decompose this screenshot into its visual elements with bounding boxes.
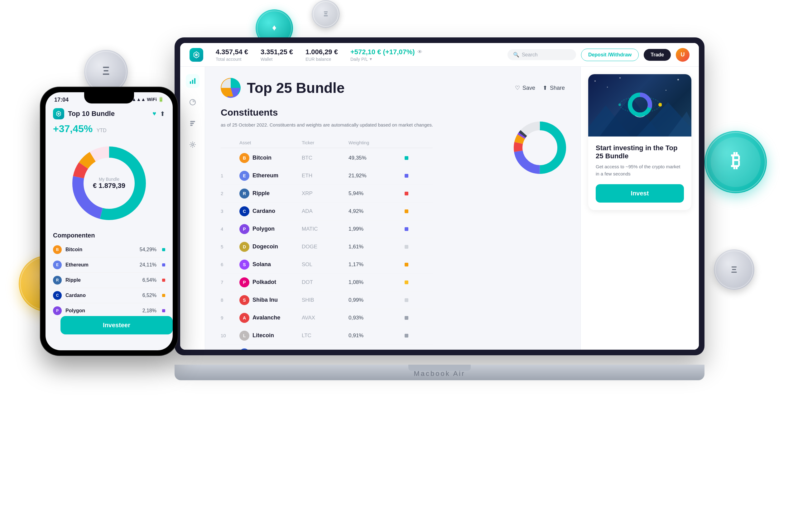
table-row: 6 S Solana SOL 1,17% bbox=[221, 256, 433, 274]
phone-header-actions: ♥ ⬆ bbox=[152, 110, 165, 117]
invest-card-title: Start investing in the Top 25 Bundle bbox=[596, 144, 684, 160]
coin-weight: 0,91% bbox=[348, 332, 405, 339]
phone-coin-name: Polygon bbox=[65, 308, 139, 314]
phone-performance: +37,45% YTD bbox=[45, 123, 173, 140]
table-row: 8 S Shiba Inu SHIB 0,99% bbox=[221, 291, 433, 309]
laptop-base: Macbook Air bbox=[174, 365, 704, 380]
total-account-label: Total account bbox=[216, 57, 248, 62]
weight-bar bbox=[405, 174, 408, 178]
coin-ticker: XRP bbox=[302, 190, 348, 197]
coin-icon-DOGE: D bbox=[240, 242, 249, 252]
sidebar-item-portfolio[interactable] bbox=[186, 95, 200, 109]
invest-card: Start investing in the Top 25 Bundle Get… bbox=[588, 74, 691, 210]
coin-icon-LINK: C bbox=[240, 348, 249, 350]
search-bar[interactable]: 🔍 Search bbox=[508, 49, 576, 60]
deposit-withdraw-button[interactable]: Deposit /Withdraw bbox=[581, 49, 639, 61]
eye-icon[interactable]: 👁 bbox=[417, 49, 422, 55]
phone-container: 17:04 ▲▲▲ WiFi 🔋 Top 10 Bundle ♥ ⬆ bbox=[40, 87, 178, 355]
weight-bar bbox=[405, 245, 408, 249]
asset-name-cell: C Chainlink bbox=[240, 348, 302, 350]
coin-name: Cardano bbox=[252, 208, 275, 214]
phone-donut-label: My Bundle € 1.879,39 bbox=[93, 177, 125, 190]
asset-name-cell: L Litecoin bbox=[240, 331, 302, 341]
asset-name-cell: S Shiba Inu bbox=[240, 295, 302, 305]
invest-card-desc: Get access to ~95% of the crypto market … bbox=[596, 163, 684, 177]
invest-button[interactable]: Invest bbox=[596, 184, 684, 203]
phone-list-item: E Ethereum 24,11% bbox=[53, 258, 165, 273]
phone-components-title: Componenten bbox=[45, 227, 173, 242]
wallet-stat: 3.351,25 € Wallet bbox=[261, 48, 293, 62]
floating-coin-gray-top: Ξ bbox=[312, 0, 340, 28]
coin-icon-LTC: L bbox=[240, 331, 249, 341]
coin-icon-SOL: S bbox=[240, 260, 249, 270]
phone-coin-bar bbox=[162, 248, 165, 251]
phone-bundle-title: Top 10 Bundle bbox=[68, 110, 149, 118]
coin-weight: 5,94% bbox=[348, 190, 405, 197]
phone-coin-bar bbox=[162, 279, 165, 282]
user-avatar[interactable]: U bbox=[676, 48, 689, 62]
weight-bar bbox=[405, 156, 408, 160]
col-bar bbox=[405, 140, 423, 145]
heart-icon-phone[interactable]: ♥ bbox=[152, 110, 156, 117]
svg-point-40 bbox=[619, 103, 621, 106]
phone-coin-pct: 6,54% bbox=[142, 278, 156, 283]
svg-rect-16 bbox=[194, 78, 195, 84]
coin-icon-AVAX: A bbox=[240, 313, 249, 323]
phone-screen: 17:04 ▲▲▲ WiFi 🔋 Top 10 Bundle ♥ ⬆ bbox=[45, 92, 173, 350]
share-icon-phone[interactable]: ⬆ bbox=[160, 110, 165, 117]
asset-name-cell: P Polkadot bbox=[240, 278, 302, 287]
phone-time: 17:04 bbox=[54, 97, 69, 103]
orb-container bbox=[618, 86, 662, 125]
trade-button[interactable]: Trade bbox=[644, 49, 671, 61]
svg-rect-20 bbox=[190, 125, 193, 126]
search-input[interactable]: Search bbox=[522, 52, 538, 58]
coin-weight: 1,17% bbox=[348, 262, 405, 268]
svg-text:♦: ♦ bbox=[272, 23, 277, 33]
phone-assets-list: B Bitcoin 54,29% E Ethereum 24,11% R Rip… bbox=[45, 242, 173, 319]
coin-name: Polygon bbox=[252, 226, 274, 232]
row-num: 6 bbox=[221, 262, 240, 267]
phone-coin-pct: 2,18% bbox=[142, 308, 156, 314]
coin-icon-ETH: E bbox=[240, 171, 249, 181]
sidebar-item-chart[interactable] bbox=[186, 74, 200, 88]
coin-weight: 21,92% bbox=[348, 173, 405, 179]
coin-icon-MATIC: P bbox=[240, 224, 249, 234]
row-num: 10 bbox=[221, 333, 240, 338]
coin-name: Avalanche bbox=[252, 315, 280, 321]
coin-name: Ripple bbox=[252, 190, 270, 197]
phone-coin-name: Ethereum bbox=[65, 262, 136, 268]
phone-perf-period: YTD bbox=[97, 128, 107, 133]
phone-coin-bar bbox=[162, 309, 165, 312]
phone-list-item: C Cardano 6,52% bbox=[53, 288, 165, 303]
chevron-down-icon[interactable]: ▾ bbox=[370, 56, 372, 61]
asset-name-cell: E Ethereum bbox=[240, 171, 302, 181]
daily-pnl-label: Daily P/L bbox=[350, 57, 368, 62]
eur-balance-label: EUR balance bbox=[305, 57, 338, 62]
svg-text:Ξ: Ξ bbox=[731, 264, 737, 274]
share-button[interactable]: ⬆ Share bbox=[543, 84, 565, 91]
coin-ticker: ETH bbox=[302, 173, 348, 179]
sidebar-item-orders[interactable] bbox=[186, 117, 200, 130]
coin-weight: 0,99% bbox=[348, 297, 405, 303]
phone-invest-button[interactable]: Investeer bbox=[60, 316, 173, 335]
weight-bar bbox=[405, 281, 408, 284]
bundle-icon bbox=[221, 78, 241, 98]
save-button[interactable]: ♡ Save bbox=[515, 84, 535, 91]
asset-name-cell: D Dogecoin bbox=[240, 242, 302, 252]
phone-list-item: R Ripple 6,54% bbox=[53, 273, 165, 288]
wallet-label: Wallet bbox=[261, 57, 293, 62]
col-asset: Asset bbox=[240, 140, 302, 145]
coin-name: Litecoin bbox=[252, 332, 274, 339]
sidebar-item-settings[interactable] bbox=[186, 138, 200, 151]
daily-pnl-stat: +572,10 € (+17,07%) 👁 Daily P/L ▾ bbox=[350, 48, 422, 62]
coin-ticker: SOL bbox=[302, 262, 348, 268]
phone-signal-icons: ▲▲▲ WiFi 🔋 bbox=[132, 97, 164, 103]
laptop-screen-outer: 4.357,54 € Total account 3.351,25 € Wall… bbox=[174, 37, 704, 355]
coin-ticker: BTC bbox=[302, 155, 348, 161]
phone-coin-pct: 54,29% bbox=[140, 247, 156, 252]
row-num: 5 bbox=[221, 244, 240, 249]
svg-point-39 bbox=[658, 103, 662, 107]
weight-bar bbox=[405, 334, 408, 338]
svg-rect-19 bbox=[190, 123, 194, 124]
table-row: 7 P Polkadot DOT 1,08% bbox=[221, 274, 433, 291]
